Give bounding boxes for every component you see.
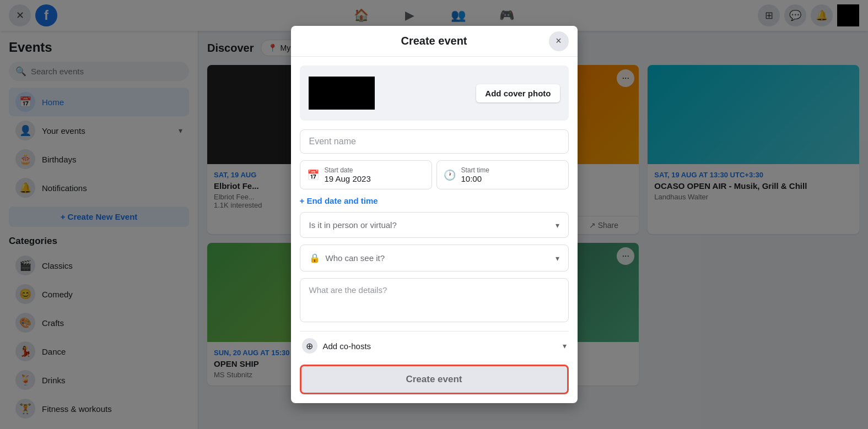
- clock-icon: 🕐: [444, 169, 456, 181]
- modal-overlay: Create event × Add cover photo 📅 Start d…: [0, 0, 868, 429]
- chevron-down-icon: ▾: [556, 221, 559, 230]
- cover-photo-black: [309, 77, 375, 110]
- start-date-value: 19 Aug 2023: [325, 174, 371, 183]
- cover-photo-area: Add cover photo: [300, 66, 569, 121]
- in-person-placeholder: Is it in person or virtual?: [309, 220, 397, 230]
- add-cover-photo-label: Add cover photo: [485, 89, 551, 98]
- details-textarea[interactable]: [300, 278, 569, 322]
- chevron-down-icon: ▾: [563, 341, 567, 350]
- modal-body: Add cover photo 📅 Start date 19 Aug 2023…: [291, 57, 578, 403]
- create-event-modal: Create event × Add cover photo 📅 Start d…: [291, 26, 578, 403]
- who-can-see-select[interactable]: 🔒 Who can see it? ▾: [300, 245, 569, 271]
- start-time-value: 10:00: [461, 174, 482, 183]
- modal-title: Create event: [401, 35, 467, 47]
- end-date-label: + End date and time: [300, 196, 378, 205]
- lock-icon: 🔒: [309, 253, 320, 263]
- start-time-label: Start time: [461, 166, 489, 174]
- create-event-submit-label: Create event: [406, 374, 462, 384]
- modal-close-button[interactable]: ×: [549, 31, 569, 51]
- add-cover-photo-button[interactable]: Add cover photo: [476, 84, 559, 102]
- event-name-input[interactable]: [300, 129, 569, 154]
- create-event-submit-button[interactable]: Create event: [300, 365, 569, 394]
- modal-header: Create event ×: [291, 26, 578, 57]
- who-can-see-placeholder: Who can see it?: [326, 253, 385, 263]
- start-time-input[interactable]: 🕐 Start time 10:00: [436, 160, 569, 189]
- start-date-label: Start date: [325, 166, 371, 174]
- end-date-button[interactable]: + End date and time: [300, 196, 378, 205]
- calendar-icon: 📅: [307, 169, 319, 181]
- add-cohosts-label: Add co-hosts: [323, 341, 371, 351]
- chevron-down-icon: ▾: [556, 254, 559, 263]
- add-cohosts-row[interactable]: ⊕ Add co-hosts ▾: [300, 331, 569, 360]
- in-person-select[interactable]: Is it in person or virtual? ▾: [300, 212, 569, 238]
- add-cohosts-icon: ⊕: [302, 338, 317, 354]
- date-time-row: 📅 Start date 19 Aug 2023 🕐 Start time 10…: [300, 160, 569, 189]
- start-date-input[interactable]: 📅 Start date 19 Aug 2023: [300, 160, 432, 189]
